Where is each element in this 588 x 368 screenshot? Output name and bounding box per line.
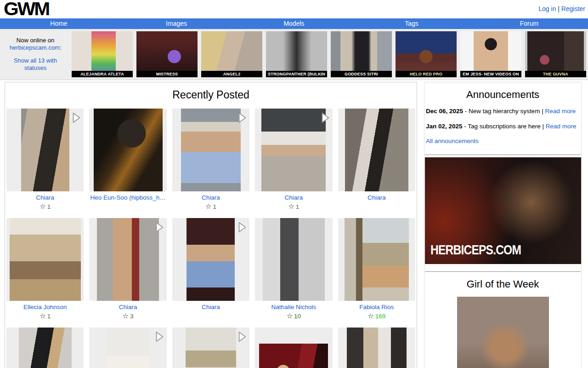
cam-photo: [460, 31, 521, 77]
post-photo: [19, 328, 72, 368]
star-rating: ☆1: [6, 312, 84, 320]
post-cell: [255, 328, 332, 368]
star-rating: ☆1: [255, 202, 332, 211]
post-cell: [338, 328, 415, 368]
nav-forum[interactable]: Forum: [470, 18, 588, 29]
post-thumbnail[interactable]: [6, 218, 84, 301]
model-link[interactable]: Chiara: [368, 194, 386, 201]
post-thumbnail[interactable]: [255, 218, 332, 301]
post-cell: Chiara: [338, 109, 415, 211]
cam-model-name: MISTRESS: [136, 71, 198, 77]
top-bar: GWM Log in | Register: [0, 0, 588, 18]
post-thumbnail[interactable]: [172, 109, 249, 191]
post-thumbnail[interactable]: [89, 328, 166, 368]
post-thumbnail[interactable]: [89, 109, 166, 191]
cam-thumb[interactable]: ANGEL2: [201, 31, 262, 77]
divider: [425, 155, 581, 155]
girl-of-week-title: Girl of the Week: [425, 278, 581, 290]
model-link[interactable]: Chiara: [202, 304, 220, 310]
star-icon: ☆: [40, 202, 45, 210]
post-thumbnail[interactable]: [172, 328, 249, 368]
star-count: 169: [375, 313, 386, 320]
announcements-title: Announcements: [425, 89, 581, 101]
star-icon: ☆: [368, 312, 373, 320]
post-photo: [97, 218, 159, 301]
sidebar: Announcements Dec 06, 2025 - New tag hie…: [424, 82, 582, 368]
star-count: 1: [47, 203, 51, 210]
post-cell: Ellecia Johnson ☆1: [6, 218, 84, 320]
post-cell: Heo Eun-Soo (hipboss_h…: [89, 109, 166, 211]
cam-photo: [136, 31, 198, 77]
post-thumbnail[interactable]: [338, 218, 415, 301]
star-icon: ☆: [287, 312, 293, 320]
post-thumbnail[interactable]: [338, 328, 415, 368]
play-icon: [154, 221, 164, 234]
model-link[interactable]: Chiara: [202, 194, 220, 201]
cam-photo: [331, 31, 392, 77]
star-count: 1: [213, 203, 216, 210]
show-all-link[interactable]: Show all 13 with statuses: [14, 57, 57, 71]
announcement-item: Jan 02, 2025 - Tag subscriptions are her…: [425, 122, 581, 131]
online-strip-info: Now online on herbicepscam.com: Show all…: [3, 37, 68, 72]
model-link[interactable]: Heo Eun-Soo (hipboss_h…: [90, 194, 165, 201]
star-count: 1: [296, 203, 300, 210]
model-link[interactable]: Ellecia Johnson: [23, 304, 67, 310]
model-link[interactable]: Chiara: [119, 304, 137, 310]
cam-thumb[interactable]: STRONGPANTHER (BULKIN: [266, 31, 327, 77]
star-icon: ☆: [40, 312, 45, 320]
main-nav: Home Images Models Tags Forum: [0, 18, 588, 29]
cam-thumb[interactable]: HELO RED PRO: [396, 31, 457, 77]
model-link[interactable]: Nathalie Nichols: [271, 304, 317, 310]
cam-model-name: ALEJANDRA ATLETA: [72, 71, 133, 77]
login-link[interactable]: Log in: [538, 5, 556, 12]
post-photo: [106, 328, 150, 368]
post-photo: [259, 344, 328, 368]
herbicepscam-link[interactable]: herbicepscam.com: [10, 44, 60, 51]
model-link[interactable]: Chiara: [285, 194, 303, 201]
post-thumbnail[interactable]: [255, 109, 332, 191]
divider: [425, 271, 581, 272]
content-area: Recently Posted Chiara ☆1 Heo Eun-Soo (h…: [0, 80, 588, 368]
read-more-link[interactable]: Read more: [546, 123, 577, 130]
ad-site-text: HERBICEPS.COM: [430, 242, 521, 258]
model-link[interactable]: Chiara: [36, 194, 54, 201]
cam-thumb[interactable]: EM JESS- NEW VIDEOS ON: [460, 31, 521, 77]
cam-thumb[interactable]: ALEJANDRA ATLETA: [72, 31, 133, 77]
star-icon: ☆: [288, 202, 294, 210]
post-thumbnail[interactable]: [6, 109, 84, 191]
nav-tags[interactable]: Tags: [353, 18, 470, 29]
cam-thumb[interactable]: THE GUVNA: [525, 31, 586, 77]
site-logo[interactable]: GWM: [4, 0, 49, 20]
play-icon: [237, 330, 247, 343]
post-thumbnail[interactable]: [255, 328, 332, 368]
model-link[interactable]: Fabiola Rios: [359, 304, 394, 310]
post-photo: [21, 109, 69, 191]
herbiceps-ad-banner[interactable]: HERBICEPS.COM: [425, 157, 581, 264]
post-cell: Chiara ☆1: [6, 109, 84, 211]
nav-images[interactable]: Images: [118, 18, 235, 29]
star-rating: ☆1: [6, 202, 84, 211]
post-thumbnail[interactable]: [338, 109, 415, 191]
post-cell: [6, 328, 84, 368]
register-link[interactable]: Register: [561, 5, 585, 12]
star-icon: ☆: [205, 202, 211, 210]
girl-of-week-photo[interactable]: [457, 297, 549, 368]
nav-home[interactable]: Home: [0, 18, 118, 29]
cam-model-name: HELO RED PRO: [396, 71, 457, 77]
cam-thumb[interactable]: MISTRESS: [136, 31, 198, 77]
post-photo: [261, 109, 326, 191]
read-more-link[interactable]: Read more: [545, 108, 576, 115]
post-thumbnail[interactable]: [172, 218, 249, 301]
post-photo: [181, 109, 241, 191]
post-thumbnail[interactable]: [89, 218, 166, 301]
auth-divider: |: [558, 5, 560, 12]
recently-posted-panel: Recently Posted Chiara ☆1 Heo Eun-Soo (h…: [5, 82, 417, 368]
post-cell: Chiara: [172, 218, 249, 320]
post-photo: [345, 109, 408, 191]
nav-models[interactable]: Models: [235, 18, 353, 29]
cam-thumb[interactable]: GODDESS SITRI: [331, 31, 392, 77]
post-thumbnail[interactable]: [6, 328, 84, 368]
star-rating: ☆3: [89, 312, 166, 320]
play-icon: [237, 221, 247, 234]
all-announcements-link[interactable]: All announcements: [426, 138, 479, 144]
